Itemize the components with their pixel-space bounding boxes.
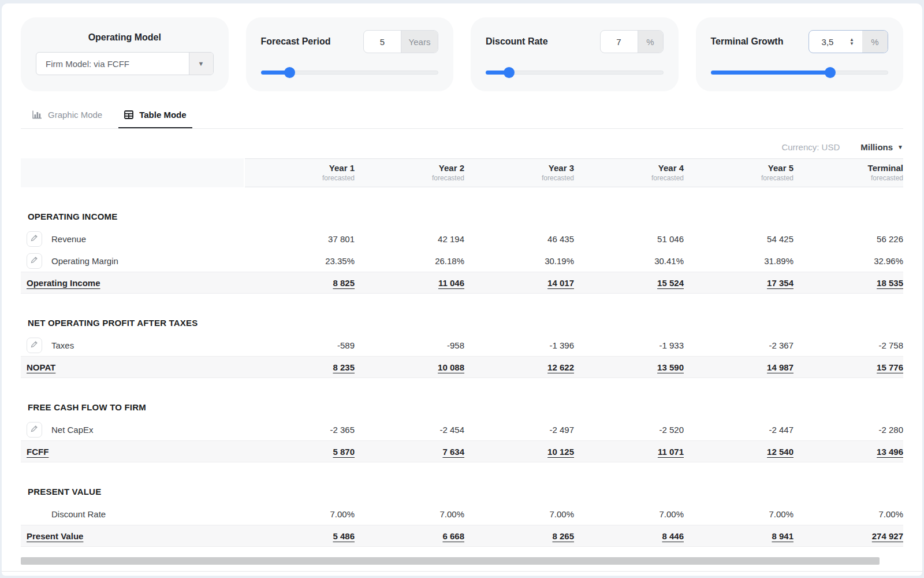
cell-value: 30.19% bbox=[464, 256, 574, 266]
total-cell-value: 8 235 bbox=[245, 362, 355, 372]
row-label-cell: Net CapEx bbox=[21, 422, 245, 438]
total-cell-value: 5 870 bbox=[245, 447, 355, 457]
cell-value: -958 bbox=[355, 340, 464, 350]
cell-value: -2 520 bbox=[574, 425, 684, 435]
column-header: Terminalforecasted bbox=[793, 159, 903, 187]
total-label-cell: Operating Income bbox=[21, 278, 245, 288]
column-header: Year 4forecasted bbox=[574, 159, 684, 187]
edit-row-button[interactable] bbox=[27, 338, 42, 353]
cell-value: 7.00% bbox=[574, 509, 684, 519]
operating-model-value: Firm Model: via FCFF bbox=[36, 59, 189, 69]
table-row: Net CapEx-2 365-2 454-2 497-2 520-2 447-… bbox=[21, 418, 903, 440]
table-icon bbox=[124, 110, 133, 119]
column-header-label: Year 1 bbox=[245, 163, 355, 173]
column-header-label: Year 5 bbox=[684, 163, 793, 173]
table-section: OPERATING INCOMERevenue37 80142 19446 43… bbox=[21, 212, 903, 294]
pencil-icon bbox=[31, 234, 38, 243]
total-label: Operating Income bbox=[27, 278, 100, 288]
section-title: OPERATING INCOME bbox=[28, 212, 896, 223]
control-cards: Operating Model Firm Model: via FCFF ▼ F… bbox=[21, 17, 903, 91]
row-label: Operating Margin bbox=[51, 256, 118, 266]
table-body: OPERATING INCOMERevenue37 80142 19446 43… bbox=[21, 212, 903, 547]
cell-value: 54 425 bbox=[684, 234, 793, 244]
bar-chart-icon bbox=[32, 110, 42, 119]
column-header: Year 5forecasted bbox=[684, 159, 793, 187]
horizontal-scrollbar[interactable] bbox=[21, 557, 880, 565]
total-cell-value: 10 088 bbox=[355, 362, 464, 372]
cell-value: 7.00% bbox=[793, 509, 903, 519]
table-row: Revenue37 80142 19446 43551 04654 42556 … bbox=[21, 228, 903, 250]
pencil-icon bbox=[31, 256, 38, 265]
cell-value: 7.00% bbox=[355, 509, 464, 519]
chevron-down-icon[interactable]: ▼ bbox=[189, 53, 213, 75]
pencil-icon bbox=[31, 425, 38, 434]
total-cell-value: 8 446 bbox=[574, 531, 684, 541]
discount-rate-slider[interactable] bbox=[486, 67, 664, 77]
forecast-period-card: Forecast Period Years bbox=[246, 17, 454, 91]
total-cell-value: 18 535 bbox=[793, 278, 903, 288]
cell-value: -589 bbox=[245, 340, 355, 350]
slider-thumb[interactable] bbox=[825, 67, 836, 78]
total-cell-value: 14 017 bbox=[464, 278, 574, 288]
currency-label: Currency: USD bbox=[781, 142, 840, 152]
column-header-subtitle: forecasted bbox=[355, 174, 464, 182]
cell-value: 31.89% bbox=[684, 256, 793, 266]
bottom-divider bbox=[2, 571, 922, 572]
column-header-subtitle: forecasted bbox=[684, 174, 793, 182]
tab-label: Graphic Mode bbox=[48, 110, 102, 120]
total-cell-value: 11 071 bbox=[574, 447, 684, 457]
slider-thumb[interactable] bbox=[504, 67, 515, 78]
total-label: Present Value bbox=[27, 531, 83, 541]
row-label-cell: Revenue bbox=[21, 231, 245, 247]
units-dropdown[interactable]: Millions ▼ bbox=[860, 142, 903, 152]
slider-fill bbox=[711, 71, 830, 75]
table-header: Year 1forecastedYear 2forecastedYear 3fo… bbox=[21, 158, 903, 187]
terminal-growth-input-group: ▲ ▼ % bbox=[808, 30, 888, 53]
tab-graphic-mode[interactable]: Graphic Mode bbox=[27, 105, 108, 128]
main-panel: Operating Model Firm Model: via FCFF ▼ F… bbox=[2, 3, 922, 576]
cell-value: -2 365 bbox=[245, 425, 355, 435]
total-cell-value: 15 524 bbox=[574, 278, 684, 288]
cell-value: 26.18% bbox=[355, 256, 464, 266]
cell-value: -2 758 bbox=[793, 340, 903, 350]
total-cell-value: 7 634 bbox=[355, 447, 464, 457]
forecast-period-input[interactable] bbox=[364, 31, 401, 53]
discount-rate-card: Discount Rate % bbox=[471, 17, 679, 91]
stepper-down-icon[interactable]: ▼ bbox=[850, 42, 854, 46]
edit-row-button[interactable] bbox=[27, 253, 42, 269]
edit-row-button[interactable] bbox=[27, 422, 42, 438]
row-label: Discount Rate bbox=[51, 509, 106, 519]
total-cell-value: 13 496 bbox=[793, 447, 903, 457]
section-title: FREE CASH FLOW TO FIRM bbox=[28, 402, 896, 414]
forecast-period-slider[interactable] bbox=[261, 67, 439, 77]
terminal-growth-slider[interactable] bbox=[711, 67, 889, 77]
table-section: PRESENT VALUEDiscount Rate7.00%7.00%7.00… bbox=[21, 487, 903, 547]
total-cell-value: 10 125 bbox=[464, 447, 574, 457]
discount-rate-unit: % bbox=[638, 31, 663, 53]
cell-value: 30.41% bbox=[574, 256, 684, 266]
discount-rate-input[interactable] bbox=[601, 31, 638, 53]
edit-row-button[interactable] bbox=[27, 231, 42, 247]
operating-model-select[interactable]: Firm Model: via FCFF ▼ bbox=[36, 52, 214, 75]
terminal-growth-card: Terminal Growth ▲ ▼ % bbox=[696, 17, 904, 91]
section-title: PRESENT VALUE bbox=[28, 487, 896, 498]
total-cell-value: 12 622 bbox=[464, 362, 574, 372]
total-cell-value: 8 825 bbox=[245, 278, 355, 288]
row-label: Revenue bbox=[51, 234, 86, 244]
column-header: Year 3forecasted bbox=[464, 159, 574, 187]
forecast-period-label: Forecast Period bbox=[261, 36, 331, 47]
cell-value: 51 046 bbox=[574, 234, 684, 244]
slider-thumb[interactable] bbox=[284, 67, 295, 78]
table-row: Operating Margin23.35%26.18%30.19%30.41%… bbox=[21, 250, 903, 272]
tab-table-mode[interactable]: Table Mode bbox=[118, 105, 192, 128]
table-header-columns: Year 1forecastedYear 2forecastedYear 3fo… bbox=[245, 158, 903, 187]
pencil-icon bbox=[31, 340, 38, 350]
total-row: NOPAT8 23510 08812 62213 59014 98715 776 bbox=[21, 356, 903, 378]
total-label-cell: FCFF bbox=[21, 447, 245, 457]
terminal-growth-input[interactable] bbox=[809, 31, 846, 53]
cell-value: 32.96% bbox=[793, 256, 903, 266]
column-header-subtitle: forecasted bbox=[574, 174, 684, 182]
number-stepper-icon[interactable]: ▲ ▼ bbox=[846, 31, 861, 53]
forecast-period-unit: Years bbox=[401, 31, 438, 53]
column-header-label: Terminal bbox=[793, 163, 903, 173]
